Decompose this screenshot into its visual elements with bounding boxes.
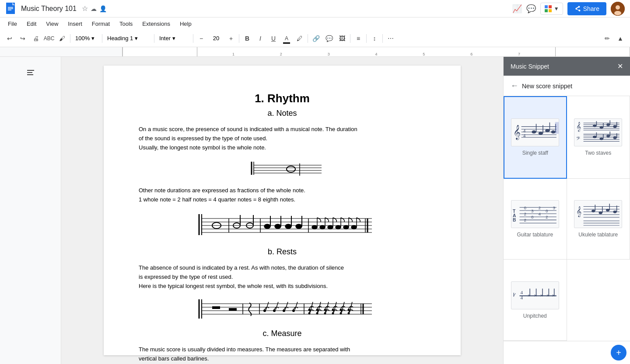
- heading-measure: c. Measure: [139, 329, 426, 338]
- svg-text:0: 0: [531, 215, 533, 219]
- snippet-single-staff-label: Single staff: [522, 150, 548, 156]
- svg-line-77: [295, 302, 298, 310]
- highlight-button[interactable]: 🖊: [294, 32, 306, 45]
- svg-point-39: [275, 224, 281, 229]
- snippet-two-staves[interactable]: 𝄞 𝄢: [567, 96, 630, 179]
- svg-point-50: [328, 225, 333, 229]
- italic-button[interactable]: I: [254, 32, 266, 45]
- app-icon: [5, 3, 18, 15]
- link-button[interactable]: 🔗: [310, 32, 322, 45]
- svg-point-37: [264, 224, 270, 229]
- back-button[interactable]: ←: [511, 81, 518, 90]
- font-size-increase[interactable]: +: [225, 32, 237, 45]
- redo-button[interactable]: ↪: [17, 32, 29, 45]
- sidebar-outline-icon[interactable]: [24, 66, 38, 80]
- svg-rect-7: [545, 9, 548, 12]
- menu-help[interactable]: Help: [175, 19, 196, 29]
- document-area[interactable]: 1. Rhythm a. Notes On a music score, the…: [61, 57, 503, 364]
- svg-text:𝄞: 𝄞: [513, 125, 521, 141]
- text-color-button[interactable]: A: [280, 32, 293, 45]
- comment-icon[interactable]: 💬: [526, 4, 536, 14]
- trend-icon[interactable]: 📈: [512, 4, 522, 14]
- svg-point-56: [351, 225, 357, 229]
- toolbar-divider-4: [193, 34, 193, 43]
- snippet-ukulele-tab[interactable]: 𝄞: [567, 179, 630, 260]
- line-spacing-button[interactable]: ↕: [368, 32, 381, 45]
- document-title[interactable]: Music Theory 101: [21, 5, 77, 13]
- zoom-selector[interactable]: 100% ▾: [72, 32, 100, 45]
- workspace-switcher[interactable]: ▼: [540, 3, 563, 15]
- svg-point-48: [320, 225, 325, 229]
- font-size-decrease[interactable]: −: [195, 32, 207, 45]
- bold-button[interactable]: B: [241, 32, 253, 45]
- collapse-button[interactable]: ▲: [614, 32, 626, 45]
- svg-point-79: [308, 312, 311, 315]
- svg-point-83: [316, 309, 318, 311]
- star-icon[interactable]: ☆: [82, 4, 88, 13]
- svg-point-94: [348, 312, 350, 315]
- user-avatar[interactable]: [611, 2, 625, 16]
- svg-text:4: 4: [523, 128, 526, 133]
- menu-insert[interactable]: Insert: [63, 19, 87, 29]
- snippet-single-staff-preview: 𝄞 4 4: [511, 118, 559, 146]
- edit-mode-button[interactable]: ✏: [601, 32, 613, 45]
- svg-rect-13: [27, 72, 32, 73]
- cloud-icon[interactable]: ☁: [91, 5, 97, 12]
- heading-selector[interactable]: Heading 1 ▾: [104, 32, 152, 45]
- document-page: 1. Rhythm a. Notes On a music score, the…: [104, 66, 461, 355]
- text-rests-intro: The absence of sound is indicated by a r…: [139, 263, 426, 291]
- toolbar-divider-9: [382, 34, 383, 43]
- heading-notes: a. Notes: [139, 109, 426, 118]
- svg-rect-115: [555, 122, 559, 134]
- menu-tools[interactable]: Tools: [115, 19, 137, 29]
- menu-edit[interactable]: Edit: [22, 19, 41, 29]
- svg-text:4: 4: [538, 212, 540, 216]
- people-icon[interactable]: 👤: [99, 5, 107, 12]
- snippet-grid: 𝄞 4 4: [504, 96, 630, 341]
- svg-text:0: 0: [546, 209, 548, 213]
- svg-point-107: [532, 131, 536, 134]
- svg-text:2: 2: [546, 215, 548, 219]
- svg-point-95: [348, 309, 350, 311]
- snippet-ukulele-tab-preview: 𝄞: [574, 200, 622, 228]
- paint-format-button[interactable]: 🖌: [56, 32, 68, 45]
- close-panel-button[interactable]: ✕: [617, 62, 623, 70]
- menu-view[interactable]: View: [42, 19, 63, 29]
- svg-rect-8: [549, 9, 552, 12]
- snippet-unpitched[interactable]: |⁄ 4 4 × × × ×: [504, 260, 567, 341]
- svg-rect-67: [229, 308, 237, 311]
- svg-rect-3: [8, 8, 13, 9]
- font-size-display[interactable]: 20: [208, 34, 224, 43]
- font-selector[interactable]: Inter ▾: [156, 32, 191, 45]
- svg-point-88: [332, 312, 334, 315]
- snippet-guitar-tab-preview: T A B 0 2 2 3: [511, 200, 559, 228]
- snippet-single-staff[interactable]: 𝄞 4 4: [504, 96, 567, 179]
- undo-button[interactable]: ↩: [4, 32, 16, 45]
- svg-line-75: [285, 302, 288, 310]
- underline-button[interactable]: U: [267, 32, 280, 45]
- print-button[interactable]: 🖨: [30, 32, 42, 45]
- svg-text:2: 2: [524, 212, 526, 216]
- more-button[interactable]: ⋯: [385, 32, 397, 45]
- snippet-ukulele-tab-label: Ukulele tablature: [578, 232, 618, 238]
- note-durations-image: [139, 210, 426, 242]
- header-right: 📈 💬 ▼ Share: [512, 2, 625, 16]
- svg-point-136: [593, 135, 596, 138]
- image-button[interactable]: 🖼: [336, 32, 348, 45]
- menu-format[interactable]: Format: [88, 19, 114, 29]
- comment-button[interactable]: 💬: [323, 32, 335, 45]
- panel-title: Music Snippet: [511, 63, 549, 70]
- menu-file[interactable]: File: [4, 19, 21, 29]
- menu-extensions[interactable]: Extensions: [138, 19, 175, 29]
- text-notes-intro: On a music score, the presence of sound …: [139, 125, 426, 152]
- share-button[interactable]: Share: [567, 2, 606, 15]
- title-action-icons: ☆ ☁ 👤: [82, 4, 107, 13]
- align-button[interactable]: ≡: [352, 32, 364, 45]
- ruler-inner: 1234567: [122, 47, 630, 56]
- heading-rhythm: 1. Rhythm: [139, 92, 426, 105]
- spellcheck-button[interactable]: ABC: [43, 32, 55, 45]
- snippet-guitar-tab[interactable]: T A B 0 2 2 3: [504, 179, 567, 260]
- svg-point-46: [312, 225, 317, 229]
- svg-point-91: [340, 312, 342, 315]
- add-snippet-button[interactable]: +: [611, 345, 626, 361]
